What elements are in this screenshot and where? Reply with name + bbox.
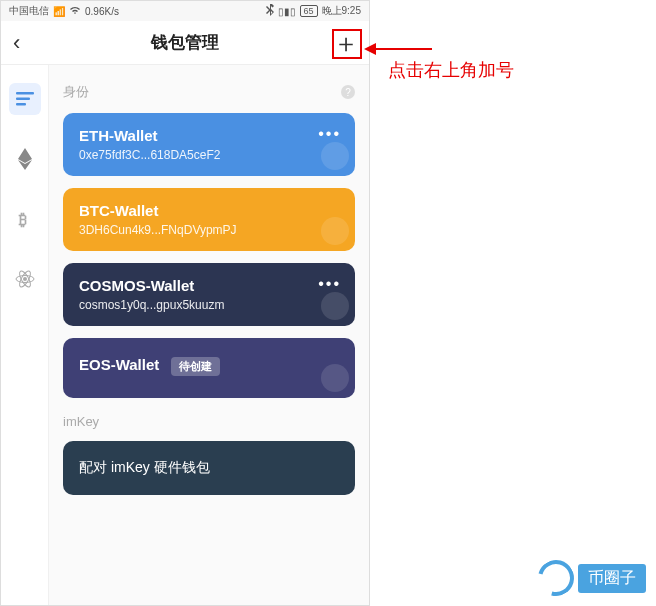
wifi-icon (69, 5, 81, 17)
coin-bg-icon (321, 292, 349, 320)
wallet-card-cosmos[interactable]: COSMOS-Wallet cosmos1y0q...gpux5kuuzm ••… (63, 263, 355, 326)
svg-point-4 (23, 277, 27, 281)
phone-screen: 中国电信 📶 0.96K/s ▯▮▯ 65 晚上9:25 ‹ 钱包管理 ＋ (0, 0, 370, 606)
watermark-logo-icon (531, 553, 580, 602)
wallet-list: 身份 ? ETH-Wallet 0xe75fdf3C...618DA5ceF2 … (49, 65, 369, 605)
annotation-text: 点击右上角加号 (388, 58, 514, 82)
tab-btc-icon[interactable]: ₿ (9, 203, 41, 235)
watermark: 币圈子 (538, 560, 646, 596)
add-button[interactable]: ＋ (333, 30, 357, 56)
coin-bg-icon (321, 142, 349, 170)
wallet-card-eos[interactable]: EOS-Wallet 待创建 (63, 338, 355, 398)
status-badge: 待创建 (171, 357, 220, 376)
info-icon[interactable]: ? (341, 85, 355, 99)
netspeed-label: 0.96K/s (85, 6, 119, 17)
section-identity-label: 身份 (63, 83, 89, 101)
imkey-pair-label: 配对 imKey 硬件钱包 (79, 459, 210, 475)
watermark-text: 币圈子 (578, 564, 646, 593)
tab-atom-icon[interactable] (9, 263, 41, 295)
wallet-name: EOS-Wallet 待创建 (79, 356, 339, 376)
carrier-label: 中国电信 (9, 4, 49, 18)
wallet-name: COSMOS-Wallet (79, 277, 339, 294)
back-button[interactable]: ‹ (13, 30, 37, 56)
status-bar: 中国电信 📶 0.96K/s ▯▮▯ 65 晚上9:25 (1, 1, 369, 21)
wallet-name: ETH-Wallet (79, 127, 339, 144)
tab-list-icon[interactable] (9, 83, 41, 115)
svg-rect-2 (16, 103, 26, 106)
bluetooth-icon (266, 4, 274, 18)
section-imkey-label: imKey (63, 414, 355, 429)
imkey-pair-card[interactable]: 配对 imKey 硬件钱包 (63, 441, 355, 495)
svg-rect-0 (16, 92, 34, 95)
signal-icon: 📶 (53, 6, 65, 17)
nav-header: ‹ 钱包管理 ＋ (1, 21, 369, 65)
svg-rect-1 (16, 98, 30, 101)
content-area: ₿ 身份 ? ETH-Wallet 0xe75fdf3C...618DA5ceF… (1, 65, 369, 605)
coin-bg-icon (321, 217, 349, 245)
more-icon[interactable]: ••• (318, 125, 341, 143)
annotation-arrow-icon (364, 40, 434, 58)
wallet-card-btc[interactable]: BTC-Wallet 3DH6Cun4k9...FNqDVypmPJ (63, 188, 355, 251)
tab-eth-icon[interactable] (9, 143, 41, 175)
wallet-card-eth[interactable]: ETH-Wallet 0xe75fdf3C...618DA5ceF2 ••• (63, 113, 355, 176)
side-tabs: ₿ (1, 65, 49, 605)
wallet-name: BTC-Wallet (79, 202, 339, 219)
more-icon[interactable]: ••• (318, 275, 341, 293)
wallet-address: 0xe75fdf3C...618DA5ceF2 (79, 148, 339, 162)
wallet-address: 3DH6Cun4k9...FNqDVypmPJ (79, 223, 339, 237)
coin-bg-icon (321, 364, 349, 392)
battery-icon: 65 (300, 5, 318, 17)
time-label: 晚上9:25 (322, 4, 361, 18)
vibrate-icon: ▯▮▯ (278, 6, 296, 17)
page-title: 钱包管理 (151, 31, 219, 54)
wallet-address: cosmos1y0q...gpux5kuuzm (79, 298, 339, 312)
section-identity: 身份 ? (63, 83, 355, 101)
svg-text:₿: ₿ (18, 211, 27, 228)
